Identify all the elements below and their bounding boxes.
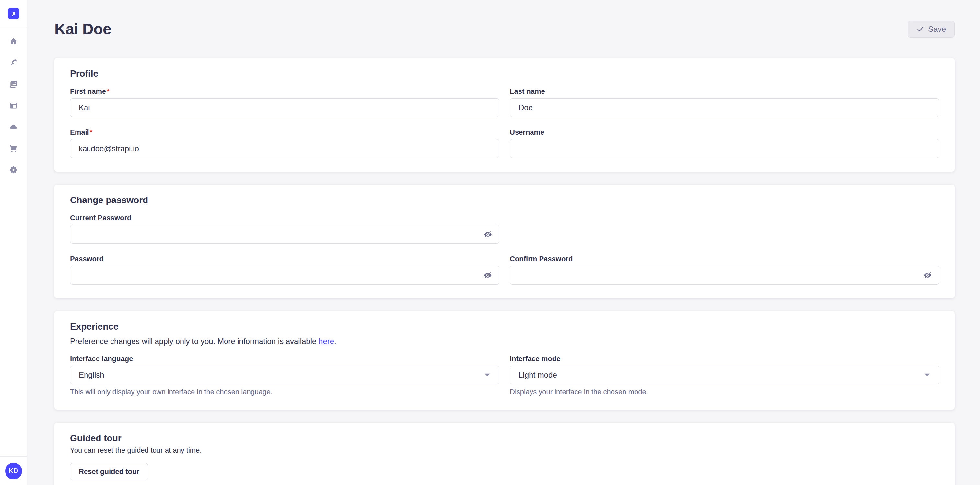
chevron-down-icon xyxy=(924,373,931,377)
change-password-heading: Change password xyxy=(70,195,939,205)
first-name-label: First name* xyxy=(70,87,500,96)
toggle-password-visibility-button[interactable] xyxy=(482,269,493,281)
confirm-password-input[interactable] xyxy=(510,266,939,284)
sidebar-item-content-type-builder[interactable] xyxy=(0,95,27,116)
confirm-password-label: Confirm Password xyxy=(510,255,939,263)
password-field-group: Password xyxy=(70,255,500,284)
interface-language-field-group: Interface language English This will onl… xyxy=(70,354,500,396)
gear-icon xyxy=(9,166,18,174)
current-password-input[interactable] xyxy=(70,225,500,244)
interface-language-hint: This will only display your own interfac… xyxy=(70,388,500,396)
username-label: Username xyxy=(510,128,939,137)
content-area: Profile First name* Last name Email* xyxy=(27,38,980,485)
strapi-glyph xyxy=(10,10,18,18)
sidebar-item-deploy[interactable] xyxy=(0,116,27,137)
guided-tour-description: You can reset the guided tour at any tim… xyxy=(70,446,939,455)
toggle-current-password-visibility-button[interactable] xyxy=(482,228,493,240)
page-header: Kai Doe Save xyxy=(27,0,980,38)
sidebar-item-home[interactable] xyxy=(0,30,27,52)
strapi-logo-icon[interactable] xyxy=(8,8,19,19)
interface-mode-field-group: Interface mode Light mode Displays your … xyxy=(510,354,939,396)
sidebar: KD xyxy=(0,0,27,485)
sidebar-item-media-library[interactable] xyxy=(0,73,27,95)
reset-guided-tour-button[interactable]: Reset guided tour xyxy=(70,463,148,480)
eye-off-icon xyxy=(923,271,932,280)
first-name-input[interactable] xyxy=(70,98,500,117)
interface-mode-label: Interface mode xyxy=(510,354,939,363)
guided-tour-card: Guided tour You can reset the guided tou… xyxy=(54,423,955,485)
more-info-link[interactable]: here xyxy=(318,337,334,346)
experience-description: Preference changes will apply only to yo… xyxy=(70,337,939,346)
sidebar-nav xyxy=(0,27,27,456)
home-icon xyxy=(9,37,18,46)
chevron-down-icon xyxy=(484,373,491,377)
profile-heading: Profile xyxy=(70,69,939,79)
interface-mode-select[interactable]: Light mode xyxy=(510,365,939,384)
username-input[interactable] xyxy=(510,139,939,158)
sidebar-item-marketplace[interactable] xyxy=(0,137,27,159)
email-field-group: Email* xyxy=(70,128,500,158)
experience-card: Experience Preference changes will apply… xyxy=(54,311,955,410)
experience-heading: Experience xyxy=(70,322,939,332)
cloud-icon xyxy=(9,123,18,131)
interface-mode-value: Light mode xyxy=(519,370,557,380)
layout-icon xyxy=(9,101,18,110)
password-input[interactable] xyxy=(70,266,500,284)
user-avatar[interactable]: KD xyxy=(5,463,22,480)
last-name-label: Last name xyxy=(510,87,939,96)
save-button-label: Save xyxy=(928,25,946,34)
email-input[interactable] xyxy=(70,139,500,158)
eye-off-icon xyxy=(484,230,492,239)
confirm-password-field-group: Confirm Password xyxy=(510,255,939,284)
page-title: Kai Doe xyxy=(54,20,111,38)
feather-icon xyxy=(9,58,18,67)
current-password-label: Current Password xyxy=(70,214,500,222)
spacer-cell xyxy=(510,214,939,244)
toggle-confirm-password-visibility-button[interactable] xyxy=(922,269,933,281)
interface-mode-hint: Displays your interface in the chosen mo… xyxy=(510,388,939,396)
first-name-field-group: First name* xyxy=(70,87,500,117)
save-button[interactable]: Save xyxy=(908,21,955,38)
images-icon xyxy=(9,80,18,89)
sidebar-item-settings[interactable] xyxy=(0,159,27,180)
required-asterisk: * xyxy=(107,87,110,96)
last-name-field-group: Last name xyxy=(510,87,939,117)
username-field-group: Username xyxy=(510,128,939,158)
cart-icon xyxy=(9,144,18,153)
interface-language-select[interactable]: English xyxy=(70,365,500,384)
logo-container xyxy=(0,0,27,27)
eye-off-icon xyxy=(484,271,492,280)
password-label: Password xyxy=(70,255,500,263)
change-password-card: Change password Current Password xyxy=(54,185,955,298)
check-icon xyxy=(916,25,924,33)
sidebar-item-content-manager[interactable] xyxy=(0,52,27,73)
profile-card: Profile First name* Last name Email* xyxy=(54,58,955,172)
avatar-container: KD xyxy=(0,456,27,485)
interface-language-value: English xyxy=(79,370,104,380)
interface-language-label: Interface language xyxy=(70,354,500,363)
current-password-field-group: Current Password xyxy=(70,214,500,244)
main-content: Kai Doe Save Profile First name* Last na… xyxy=(27,0,980,485)
last-name-input[interactable] xyxy=(510,98,939,117)
required-asterisk: * xyxy=(90,128,93,136)
guided-tour-heading: Guided tour xyxy=(70,433,939,444)
email-label: Email* xyxy=(70,128,500,137)
